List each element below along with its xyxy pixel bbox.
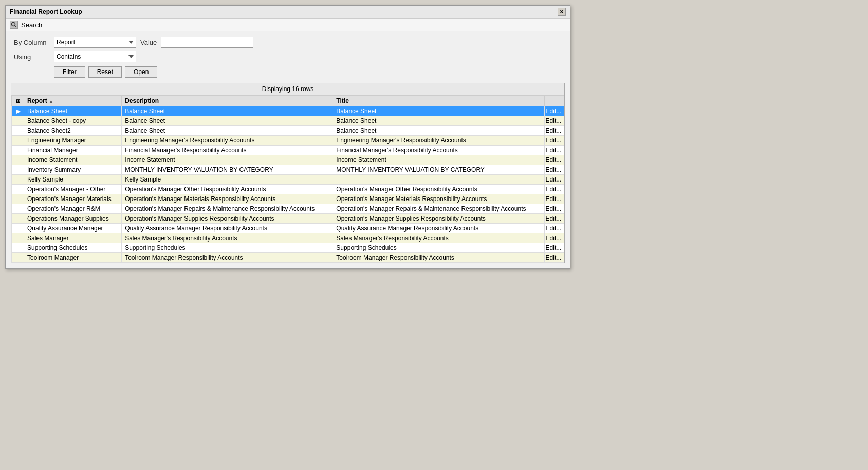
row-description: Operation's Manager Other Responsibility…: [122, 185, 333, 194]
row-title: Operation's Manager Materials Responsibi…: [333, 194, 544, 204]
col-header-description[interactable]: Description: [122, 96, 333, 106]
row-title: MONTHLY INVENTORY VALUATION BY CATEGORY: [333, 165, 544, 175]
row-description: Engineering Manager's Responsibility Acc…: [122, 136, 333, 146]
table-row[interactable]: Toolroom ManagerToolroom Manager Respons…: [12, 253, 564, 263]
search-icon: [10, 21, 18, 29]
table-row[interactable]: Operations Manager SuppliesOperation's M…: [12, 214, 564, 224]
reset-button[interactable]: Reset: [88, 66, 122, 78]
row-arrow: [12, 146, 24, 155]
row-edit-button[interactable]: Edit...: [544, 136, 564, 146]
col-header-title[interactable]: Title: [333, 96, 544, 106]
row-edit-button[interactable]: Edit...: [544, 106, 564, 116]
table-row[interactable]: ▶Balance SheetBalance SheetBalance Sheet…: [12, 106, 564, 116]
row-report: Kelly Sample: [24, 175, 122, 185]
row-edit-button[interactable]: Edit...: [544, 146, 564, 155]
row-arrow: [12, 224, 24, 233]
row-title: Quality Assurance Manager Responsibility…: [333, 224, 544, 233]
table-header-row: ⊞ Report ▲ Description Title: [12, 96, 564, 106]
svg-line-1: [15, 26, 16, 27]
table-row[interactable]: Kelly SampleKelly SampleEdit...: [12, 175, 564, 185]
table-row[interactable]: Operation's Manager R&MOperation's Manag…: [12, 204, 564, 214]
row-description: Quality Assurance Manager Responsibility…: [122, 224, 333, 233]
row-title: Balance Sheet: [333, 106, 544, 116]
row-title: Supporting Schedules: [333, 243, 544, 253]
row-edit-button[interactable]: Edit...: [544, 194, 564, 204]
row-title: Engineering Manager's Responsibility Acc…: [333, 136, 544, 146]
col-header-report[interactable]: Report ▲: [24, 96, 122, 106]
open-button[interactable]: Open: [125, 66, 157, 78]
row-arrow: [12, 243, 24, 253]
row-arrow: [12, 214, 24, 224]
row-report: Income Statement: [24, 155, 122, 165]
row-description: MONTHLY INVENTORY VALUATION BY CATEGORY: [122, 165, 333, 175]
row-edit-button[interactable]: Edit...: [544, 204, 564, 214]
row-title: Toolroom Manager Responsibility Accounts: [333, 253, 544, 263]
row-description: Balance Sheet: [122, 106, 333, 116]
row-report: Operations Manager Supplies: [24, 214, 122, 224]
row-report: Engineering Manager: [24, 136, 122, 146]
data-table: ⊞ Report ▲ Description Title ▶Balance Sh…: [11, 95, 564, 263]
close-button[interactable]: ×: [558, 8, 566, 16]
table-row[interactable]: Quality Assurance ManagerQuality Assuran…: [12, 224, 564, 233]
col-header-edit: [544, 96, 564, 106]
row-edit-button[interactable]: Edit...: [544, 165, 564, 175]
filter-button[interactable]: Filter: [54, 66, 85, 78]
row-edit-button[interactable]: Edit...: [544, 253, 564, 263]
table-row[interactable]: Balance Sheet2Balance SheetBalance Sheet…: [12, 126, 564, 136]
row-arrow: [12, 165, 24, 175]
row-report: Quality Assurance Manager: [24, 224, 122, 233]
col-header-icon: ⊞: [12, 96, 24, 106]
row-edit-button[interactable]: Edit...: [544, 243, 564, 253]
using-select[interactable]: Contains Equals Starts With Ends With: [54, 51, 136, 62]
row-edit-button[interactable]: Edit...: [544, 185, 564, 194]
row-edit-button[interactable]: Edit...: [544, 224, 564, 233]
value-label: Value: [140, 39, 157, 46]
table-row[interactable]: Balance Sheet - copyBalance SheetBalance…: [12, 116, 564, 126]
row-edit-button[interactable]: Edit...: [544, 233, 564, 243]
table-row[interactable]: Sales ManagerSales Manager's Responsibil…: [12, 233, 564, 243]
row-edit-button[interactable]: Edit...: [544, 214, 564, 224]
row-arrow: [12, 126, 24, 136]
window-title: Financial Report Lookup: [10, 8, 82, 15]
row-description: Toolroom Manager Responsibility Accounts: [122, 253, 333, 263]
row-arrow: [12, 185, 24, 194]
table-row[interactable]: Inventory SummaryMONTHLY INVENTORY VALUA…: [12, 165, 564, 175]
by-column-row: By Column Report Description Title Value: [14, 37, 562, 48]
row-edit-button[interactable]: Edit...: [544, 126, 564, 136]
table-row[interactable]: Operation's Manager - OtherOperation's M…: [12, 185, 564, 194]
row-arrow: [12, 155, 24, 165]
table-wrapper[interactable]: ⊞ Report ▲ Description Title ▶Balance Sh…: [11, 95, 564, 263]
by-column-select[interactable]: Report Description Title: [54, 37, 136, 48]
table-row[interactable]: Supporting SchedulesSupporting Schedules…: [12, 243, 564, 253]
using-label: Using: [14, 53, 50, 61]
row-report: Supporting Schedules: [24, 243, 122, 253]
by-column-label: By Column: [14, 39, 50, 46]
row-arrow: [12, 116, 24, 126]
row-title: [333, 175, 544, 185]
row-arrow: [12, 136, 24, 146]
row-title: Balance Sheet: [333, 116, 544, 126]
row-arrow: [12, 253, 24, 263]
table-body: ▶Balance SheetBalance SheetBalance Sheet…: [12, 106, 564, 263]
search-toolbar-label: Search: [21, 21, 42, 29]
row-edit-button[interactable]: Edit...: [544, 175, 564, 185]
value-input[interactable]: [161, 37, 253, 48]
row-arrow: ▶: [12, 106, 24, 116]
row-arrow: [12, 204, 24, 214]
row-edit-button[interactable]: Edit...: [544, 116, 564, 126]
row-description: Operation's Manager Supplies Responsibil…: [122, 214, 333, 224]
row-title: Income Statement: [333, 155, 544, 165]
row-edit-button[interactable]: Edit...: [544, 155, 564, 165]
table-row[interactable]: Engineering ManagerEngineering Manager's…: [12, 136, 564, 146]
row-description: Kelly Sample: [122, 175, 333, 185]
row-report: Operation's Manager Materials: [24, 194, 122, 204]
row-title: Financial Manager's Responsibility Accou…: [333, 146, 544, 155]
row-title: Operation's Manager Other Responsibility…: [333, 185, 544, 194]
main-window: Financial Report Lookup × Search By Colu…: [5, 5, 570, 269]
row-description: Financial Manager's Responsibility Accou…: [122, 146, 333, 155]
row-description: Supporting Schedules: [122, 243, 333, 253]
table-row[interactable]: Financial ManagerFinancial Manager's Res…: [12, 146, 564, 155]
row-report: Balance Sheet: [24, 106, 122, 116]
table-row[interactable]: Income StatementIncome StatementIncome S…: [12, 155, 564, 165]
table-row[interactable]: Operation's Manager MaterialsOperation's…: [12, 194, 564, 204]
